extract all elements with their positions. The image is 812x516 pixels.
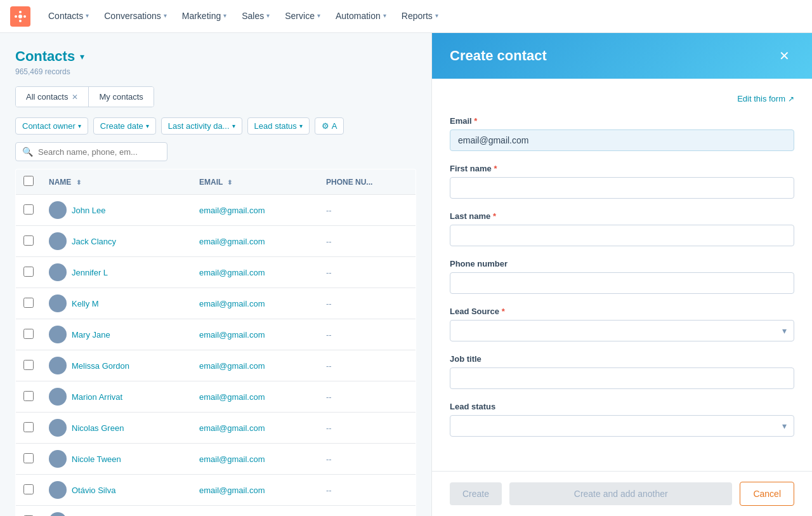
name-cell: John Lee bbox=[41, 195, 192, 226]
contact-email-link[interactable]: email@gmail.com bbox=[199, 423, 265, 433]
avatar bbox=[49, 512, 67, 516]
row-checkbox[interactable] bbox=[23, 453, 34, 463]
last-activity-filter[interactable]: Last activity da... ▾ bbox=[161, 117, 242, 135]
table-row: Nicole Tween email@gmail.com -- bbox=[16, 444, 416, 475]
hubspot-logo[interactable] bbox=[10, 6, 30, 27]
contact-name-link[interactable]: John Lee bbox=[72, 206, 106, 215]
phone-cell: -- bbox=[318, 506, 416, 517]
lead-status-filter[interactable]: Lead status ▾ bbox=[247, 117, 310, 135]
phone-value: -- bbox=[326, 299, 332, 308]
row-checkbox[interactable] bbox=[23, 484, 34, 494]
phone-cell: -- bbox=[318, 195, 416, 226]
external-link-icon: ↗ bbox=[788, 95, 794, 103]
nav-contacts[interactable]: Contacts ▾ bbox=[41, 0, 96, 33]
email-column-header[interactable]: EMAIL ⬍ bbox=[192, 169, 318, 195]
row-checkbox[interactable] bbox=[23, 391, 34, 401]
row-checkbox[interactable] bbox=[23, 267, 34, 277]
nav-reports[interactable]: Reports ▾ bbox=[394, 0, 446, 33]
row-checkbox[interactable] bbox=[23, 422, 34, 432]
search-icon: 🔍 bbox=[22, 147, 33, 157]
job-title-field[interactable] bbox=[450, 367, 794, 389]
contact-name-link[interactable]: Otávio Silva bbox=[72, 486, 115, 495]
contact-email-link[interactable]: email@gmail.com bbox=[199, 392, 265, 402]
contact-email-link[interactable]: email@gmail.com bbox=[199, 361, 265, 371]
nav-automation[interactable]: Automation ▾ bbox=[328, 0, 394, 33]
my-contacts-tab[interactable]: My contacts bbox=[89, 87, 153, 107]
lead-status-label: Lead status bbox=[450, 402, 794, 411]
email-cell: email@gmail.com bbox=[192, 475, 318, 506]
contact-email-link[interactable]: email@gmail.com bbox=[199, 454, 265, 464]
contact-owner-filter[interactable]: Contact owner ▾ bbox=[15, 117, 88, 135]
select-all-header bbox=[16, 169, 42, 195]
row-checkbox[interactable] bbox=[23, 329, 34, 339]
email-field[interactable] bbox=[450, 129, 794, 151]
table-row: Melissa Gordon email@gmail.com -- bbox=[16, 350, 416, 381]
edit-form-link[interactable]: Edit this form ↗ bbox=[450, 94, 794, 103]
svg-point-0 bbox=[18, 15, 22, 18]
row-checkbox[interactable] bbox=[23, 235, 34, 246]
lead-source-select[interactable]: Website Referral Social Media Email Othe… bbox=[450, 320, 794, 341]
contact-name-link[interactable]: Jennifer L bbox=[72, 268, 108, 277]
record-count: 965,469 records bbox=[15, 67, 416, 76]
contact-name-link[interactable]: Melissa Gordon bbox=[72, 361, 129, 371]
avatar bbox=[49, 263, 67, 281]
contact-name-link[interactable]: Nicole Tween bbox=[72, 454, 121, 464]
contact-email-link[interactable]: email@gmail.com bbox=[199, 486, 265, 495]
page-title-caret-icon: ▾ bbox=[80, 51, 84, 62]
nav-service[interactable]: Service ▾ bbox=[277, 0, 328, 33]
lead-status-field-group: Lead status New Open In Progress Open De… bbox=[450, 402, 794, 437]
phone-column-header[interactable]: PHONE NU... bbox=[318, 169, 416, 195]
chevron-down-icon: ▾ bbox=[232, 122, 235, 129]
avatar bbox=[49, 388, 67, 406]
contact-email-link[interactable]: email@gmail.com bbox=[199, 268, 265, 277]
avatar bbox=[49, 232, 67, 250]
phone-value: -- bbox=[326, 237, 332, 246]
contact-name-link[interactable]: Mary Jane bbox=[72, 330, 110, 340]
contact-email-link[interactable]: email@gmail.com bbox=[199, 330, 265, 340]
search-input[interactable] bbox=[38, 147, 160, 157]
cancel-button[interactable]: Cancel bbox=[740, 482, 794, 506]
contact-email-link[interactable]: email@gmail.com bbox=[199, 237, 265, 246]
all-contacts-tab[interactable]: All contacts ✕ bbox=[16, 87, 89, 107]
contact-email-link[interactable]: email@gmail.com bbox=[199, 299, 265, 308]
phone-value: -- bbox=[326, 454, 332, 464]
lead-status-select[interactable]: New Open In Progress Open Deal Unqualifi… bbox=[450, 415, 794, 437]
email-cell: email@gmail.com bbox=[192, 381, 318, 413]
contact-name-link[interactable]: Kelly M bbox=[72, 299, 99, 308]
phone-field[interactable] bbox=[450, 272, 794, 294]
nav-marketing[interactable]: Marketing ▾ bbox=[174, 0, 234, 33]
first-name-field-group: First name * bbox=[450, 164, 794, 199]
required-indicator: * bbox=[502, 307, 505, 316]
first-name-field[interactable] bbox=[450, 177, 794, 199]
row-checkbox[interactable] bbox=[23, 360, 34, 370]
row-checkbox[interactable] bbox=[23, 204, 34, 215]
contact-name-link[interactable]: Nicolas Green bbox=[72, 423, 124, 433]
contact-name-link[interactable]: Jack Clancy bbox=[72, 237, 116, 246]
close-panel-button[interactable]: ✕ bbox=[774, 46, 794, 66]
phone-cell: -- bbox=[318, 475, 416, 506]
create-button[interactable]: Create bbox=[450, 482, 502, 505]
last-name-field[interactable] bbox=[450, 225, 794, 246]
select-all-checkbox[interactable] bbox=[23, 176, 34, 186]
nav-sales[interactable]: Sales ▾ bbox=[234, 0, 277, 33]
row-checkbox[interactable] bbox=[23, 298, 34, 308]
name-cell: Nicolas Green bbox=[41, 413, 192, 444]
lead-status-select-wrapper: New Open In Progress Open Deal Unqualifi… bbox=[450, 415, 794, 437]
contact-name-link[interactable]: Marion Arrivat bbox=[72, 392, 122, 402]
phone-value: -- bbox=[326, 330, 332, 340]
name-column-header[interactable]: NAME ⬍ bbox=[41, 169, 192, 195]
name-cell: Marion Arrivat bbox=[41, 381, 192, 413]
chevron-down-icon: ▾ bbox=[299, 122, 303, 129]
phone-cell: -- bbox=[318, 319, 416, 350]
chevron-down-icon: ▾ bbox=[383, 12, 386, 19]
svg-point-1 bbox=[19, 11, 22, 13]
search-row: 🔍 bbox=[15, 142, 416, 161]
create-date-filter[interactable]: Create date ▾ bbox=[93, 117, 156, 135]
more-filters-button[interactable]: ⚙ A bbox=[315, 117, 344, 135]
chevron-down-icon: ▾ bbox=[266, 12, 270, 19]
contact-email-link[interactable]: email@gmail.com bbox=[199, 206, 265, 215]
create-and-add-another-button[interactable]: Create and add another bbox=[509, 482, 732, 505]
close-icon[interactable]: ✕ bbox=[72, 93, 78, 102]
nav-conversations[interactable]: Conversations ▾ bbox=[96, 0, 174, 33]
avatar bbox=[49, 357, 67, 374]
